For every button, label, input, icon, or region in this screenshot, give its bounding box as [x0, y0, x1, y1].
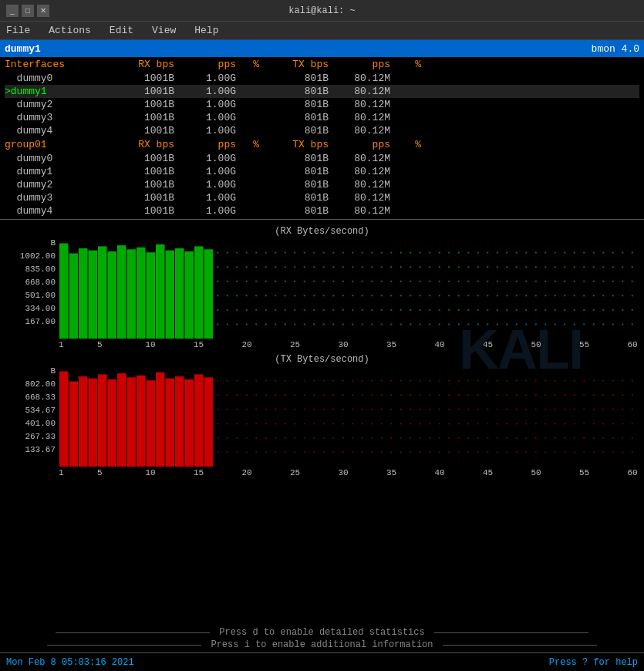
tx-y-label-5: 133.67 — [5, 446, 59, 454]
row-interface: >dummy1 — [5, 86, 113, 97]
x-label: 60 — [628, 468, 638, 477]
row-tx-bps: 801B — [267, 179, 336, 191]
group2-col-rx-pps: pps — [182, 139, 244, 150]
row-tx-bps: 801B — [267, 112, 336, 123]
row-tx-bps: 801B — [267, 86, 336, 97]
tx-x-axis: 151015202530354045505560 — [59, 467, 637, 477]
table-row[interactable]: dummy3 1001B 1.00G 801B 80.12M — [5, 111, 639, 124]
row-tx-pps: 80.12M — [336, 72, 398, 84]
app-version: bmon 4.0 — [592, 43, 639, 55]
row-rx-bps: 1001B — [113, 153, 182, 164]
rx-chart-title: (RX Bytes/second) — [5, 224, 639, 238]
row-interface: dummy4 — [5, 125, 113, 137]
x-label: 35 — [386, 468, 396, 477]
press-i-message: Press i to enable additional information — [204, 639, 439, 650]
group2-col-tx-bps: TX bps — [267, 139, 336, 150]
x-label: 55 — [579, 468, 589, 477]
row-tx-pps: 80.12M — [336, 153, 398, 164]
press-d-message: Press d to enable detailed statistics — [213, 627, 430, 638]
table-row[interactable]: dummy0 1001B 1.00G 801B 80.12M — [5, 72, 639, 85]
row-tx-pps: 80.12M — [336, 125, 398, 137]
col-tx-pps: pps — [336, 59, 398, 70]
rx-y-label-1: 835.00 — [5, 265, 59, 274]
rx-y-label-3: 501.00 — [5, 292, 59, 300]
row-tx-pct — [398, 153, 421, 164]
table-row[interactable]: dummy2 1001B 1.00G 801B 80.12M — [5, 178, 639, 191]
row-rx-bps: 1001B — [113, 72, 182, 84]
row-interface: dummy4 — [5, 205, 113, 217]
row-interface: dummy3 — [5, 112, 113, 123]
rx-y-label-2: 668.00 — [5, 278, 59, 287]
x-label: 55 — [579, 340, 589, 349]
rx-y-axis: B 1002.00 835.00 668.00 501.00 334.00 16… — [5, 238, 59, 339]
menu-view[interactable]: View — [149, 23, 179, 38]
row-rx-pct — [244, 166, 267, 177]
menubar: File Actions Edit View Help — [0, 22, 644, 40]
row-interface: dummy2 — [5, 99, 113, 110]
col-rx-bps: RX bps — [113, 59, 182, 70]
group2-name: group01 — [5, 139, 113, 150]
table-row[interactable]: dummy4 1001B 1.00G 801B 80.12M — [5, 124, 639, 137]
row-tx-pct — [398, 112, 421, 123]
table-row[interactable]: dummy3 1001B 1.00G 801B 80.12M — [5, 191, 639, 204]
window-title: kali@kali: ~ — [52, 5, 592, 16]
col-tx-pct: % — [398, 59, 421, 70]
row-rx-pps: 1.00G — [182, 72, 244, 84]
x-label: 40 — [435, 468, 445, 477]
row-rx-pps: 1.00G — [182, 153, 244, 164]
rx-y-label-4: 334.00 — [5, 305, 59, 313]
tx-y-label-4: 267.33 — [5, 433, 59, 441]
row-rx-pct — [244, 153, 267, 164]
table-row[interactable]: >dummy1 1001B 1.00G 801B 80.12M — [5, 85, 639, 98]
x-label: 30 — [339, 468, 349, 477]
x-label: 15 — [194, 340, 204, 349]
close-button[interactable]: ✕ — [37, 5, 49, 17]
row-tx-pps: 80.12M — [336, 166, 398, 177]
tx-y-axis: B 802.00 668.33 534.67 401.00 267.33 133… — [5, 366, 59, 467]
x-label: 40 — [435, 340, 445, 349]
row-tx-pps: 80.12M — [336, 99, 398, 110]
press-messages: Press d to enable detailed statistics Pr… — [0, 625, 644, 652]
row-rx-pps: 1.00G — [182, 125, 244, 137]
maximize-button[interactable]: □ — [22, 5, 34, 17]
table-row[interactable]: dummy0 1001B 1.00G 801B 80.12M — [5, 152, 639, 165]
table-header-1: Interfaces RX bps pps % TX bps pps % — [5, 57, 639, 72]
menu-file[interactable]: File — [3, 23, 33, 38]
col-interfaces: Interfaces — [5, 59, 113, 70]
row-tx-pct — [398, 192, 421, 204]
row-rx-bps: 1001B — [113, 205, 182, 217]
row-tx-pct — [398, 166, 421, 177]
statusbar: Mon Feb 8 05:03:16 2021 Press ? for help — [0, 652, 644, 671]
rx-chart-canvas — [59, 238, 637, 339]
row-rx-pps: 1.00G — [182, 179, 244, 191]
row-tx-bps: 801B — [267, 99, 336, 110]
row-rx-pps: 1.00G — [182, 192, 244, 204]
menu-actions[interactable]: Actions — [46, 23, 94, 38]
row-tx-bps: 801B — [267, 153, 336, 164]
table-row[interactable]: dummy1 1001B 1.00G 801B 80.12M — [5, 165, 639, 178]
help-text: Press ? for help — [549, 657, 638, 668]
col-rx-pct: % — [244, 59, 267, 70]
table-row[interactable]: dummy4 1001B 1.00G 801B 80.12M — [5, 204, 639, 217]
col-tx-bps: TX bps — [267, 59, 336, 70]
row-interface: dummy0 — [5, 153, 113, 164]
minimize-button[interactable]: _ — [6, 5, 19, 17]
tx-y-unit: B — [5, 366, 59, 376]
row-rx-pct — [244, 112, 267, 123]
menu-help[interactable]: Help — [191, 23, 221, 38]
table-row[interactable]: dummy2 1001B 1.00G 801B 80.12M — [5, 98, 639, 111]
x-label: 20 — [242, 468, 252, 477]
tx-chart: (TX Bytes/second) B 802.00 668.33 534.67… — [5, 352, 639, 477]
rx-y-label-5: 167.00 — [5, 318, 59, 326]
tx-y-label-0: 802.00 — [5, 380, 59, 389]
row-tx-pps: 80.12M — [336, 205, 398, 217]
x-label: 50 — [531, 340, 541, 349]
x-label: 45 — [483, 468, 493, 477]
row-rx-bps: 1001B — [113, 112, 182, 123]
col-rx-pps: pps — [182, 59, 244, 70]
x-label: 30 — [339, 340, 349, 349]
row-rx-pct — [244, 72, 267, 84]
row-rx-bps: 1001B — [113, 86, 182, 97]
row-rx-bps: 1001B — [113, 166, 182, 177]
menu-edit[interactable]: Edit — [106, 23, 137, 38]
